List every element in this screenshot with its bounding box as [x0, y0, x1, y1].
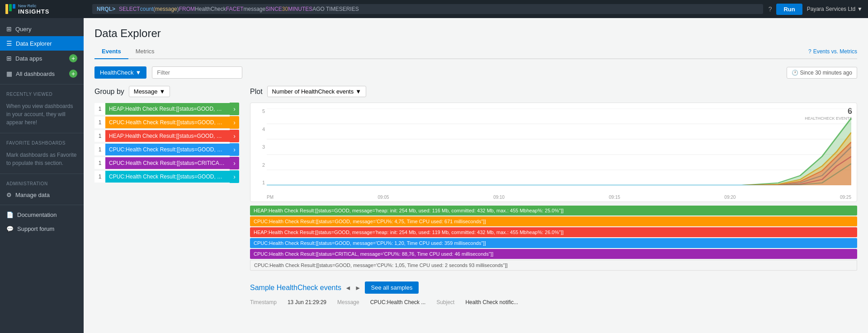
favorite-dashboards-text: Mark dashboards as Favorite to populate …	[0, 147, 84, 171]
sidebar-item-all-dashboards[interactable]: ▦ All dashboards +	[0, 66, 84, 81]
sample-header: Sample HealthCheck events ◄ ► See all sa…	[250, 281, 857, 294]
svg-marker-6	[267, 118, 851, 185]
page-title: Data Explorer	[94, 27, 857, 40]
logo-icon	[5, 4, 15, 14]
since-button[interactable]: 🕐 Since 30 minutes ago	[787, 67, 857, 79]
message-value: CPUC:Health Check ...	[370, 299, 426, 305]
timestamp-label: Timestamp	[250, 299, 277, 305]
nrql-select: SELECT	[119, 6, 140, 12]
list-item[interactable]: 1 HEAP:Health Check Result:[[status=GOOD…	[94, 130, 239, 142]
sample-title: Sample HealthCheck events	[250, 284, 341, 292]
event-source-button[interactable]: HealthCheck ▼	[94, 66, 146, 79]
legend-item-5[interactable]: CPUC:Health Check Result:[[status=GOOD, …	[250, 260, 857, 271]
logo-area: New Relic INSIGHTS	[5, 4, 87, 15]
manage-data-icon: ⚙	[6, 192, 12, 198]
legend-item-1[interactable]: CPUC:Health Check Result:[[status=GOOD, …	[250, 216, 857, 226]
sidebar: ⊞ Query ☰ Data Explorer ⊞ Data apps + ▦ …	[0, 18, 84, 333]
top-nav: New Relic INSIGHTS NRQL> SELECT count ( …	[0, 0, 868, 18]
filter-input[interactable]	[152, 66, 242, 79]
list-item[interactable]: 1 HEAP:Health Check Result:[[status=GOOD…	[94, 103, 239, 115]
nrql-bar[interactable]: NRQL> SELECT count ( message ) FROM Heal…	[92, 4, 763, 14]
list-item[interactable]: 1 CPUC:Health Check Result:[[status=GOOD…	[94, 170, 239, 183]
timestamp-value: 13 Jun 21:29:29	[288, 299, 326, 305]
data-explorer-icon: ☰	[6, 40, 12, 47]
plot-dropdown[interactable]: Number of HealthCheck events ▼	[267, 86, 367, 97]
sidebar-item-data-apps[interactable]: ⊞ Data apps +	[0, 51, 84, 66]
x-axis-labels: PM 09:05 09:10 09:15 09:20 09:25	[267, 195, 851, 200]
group-by-row: Group by Message ▼	[94, 86, 239, 97]
y-axis: 5 4 3 2 1	[256, 108, 265, 185]
tab-metrics[interactable]: Metrics	[128, 44, 162, 59]
sidebar-item-data-explorer[interactable]: ☰ Data Explorer	[0, 36, 84, 51]
tabs-row: Events Metrics ? Events vs. Metrics	[94, 44, 857, 59]
content-area: Group by Message ▼ 1 HEAP:Health Check R…	[94, 86, 857, 305]
run-button[interactable]: Run	[776, 4, 802, 15]
add-dashboard-button[interactable]: +	[69, 70, 77, 78]
sample-next-button[interactable]: ►	[355, 284, 361, 291]
plot-row: Plot Number of HealthCheck events ▼	[250, 86, 857, 97]
legend-items: HEAP:Health Check Result:[[status=GOOD, …	[250, 206, 857, 271]
recently-viewed-title: RECENTLY VIEWED	[0, 87, 84, 98]
controls-row: HealthCheck ▼ 🕐 Since 30 minutes ago	[94, 66, 857, 79]
query-icon: ⊞	[6, 25, 12, 33]
recently-viewed-text: When you view dashboards in your account…	[0, 98, 84, 130]
group-by-label: Group by	[94, 88, 124, 96]
data-apps-icon: ⊞	[6, 55, 12, 62]
svg-marker-8	[267, 142, 851, 185]
see-all-samples-button[interactable]: See all samples	[365, 281, 419, 294]
right-panel: Plot Number of HealthCheck events ▼ 6 HE…	[239, 86, 857, 305]
legend-item-0[interactable]: HEAP:Health Check Result:[[status=GOOD, …	[250, 206, 857, 216]
chart-inner	[267, 108, 851, 185]
sample-prev-button[interactable]: ◄	[345, 284, 351, 291]
sidebar-item-manage-data[interactable]: ⚙ Manage data	[0, 188, 84, 202]
list-item[interactable]: 1 CPUC:Health Check Result:[[status=GOOD…	[94, 116, 239, 129]
legend-item-3[interactable]: CPUC:Health Check Result:[[status=GOOD, …	[250, 238, 857, 248]
sample-row: Timestamp 13 Jun 21:29:29 Message CPUC:H…	[250, 299, 857, 305]
sidebar-item-query[interactable]: ⊞ Query	[0, 22, 84, 36]
event-list: 1 HEAP:Health Check Result:[[status=GOOD…	[94, 103, 239, 183]
nrql-label: NRQL>	[97, 6, 115, 12]
administration-title: ADMINISTRATION	[0, 177, 84, 188]
help-button[interactable]: ?	[769, 5, 772, 13]
plot-label: Plot	[250, 88, 263, 96]
group-by-dropdown[interactable]: Message ▼	[129, 86, 170, 97]
events-vs-metrics-link[interactable]: ? Events vs. Metrics	[808, 48, 857, 55]
nav-right: ? Run Payara Services Ltd ▼	[769, 4, 863, 15]
list-item[interactable]: 1 CPUC:Health Check Result:[[status=CRIT…	[94, 157, 239, 169]
chart-svg	[267, 108, 851, 185]
tab-events[interactable]: Events	[94, 44, 128, 59]
main-content: Data Explorer Events Metrics ? Events vs…	[84, 18, 868, 333]
list-item[interactable]: 1 CPUC:Health Check Result:[[status=GOOD…	[94, 143, 239, 156]
account-selector[interactable]: Payara Services Ltd ▼	[807, 6, 863, 12]
legend-item-4[interactable]: CPUC:Health Check Result:[[status=CRITIC…	[250, 249, 857, 259]
subject-label: Subject	[436, 299, 454, 305]
sample-section: Sample HealthCheck events ◄ ► See all sa…	[250, 278, 857, 305]
chart-container: 6 HEALTHCHECK EVENTS 5 4 3 2 1	[250, 103, 857, 202]
svg-marker-7	[267, 132, 851, 185]
message-label: Message	[337, 299, 359, 305]
left-panel: Group by Message ▼ 1 HEAP:Health Check R…	[94, 86, 239, 305]
sidebar-item-support-forum[interactable]: 💬 Support forum	[0, 222, 84, 236]
logo-text: New Relic INSIGHTS	[18, 4, 49, 15]
legend-item-2[interactable]: HEAP:Health Check Result:[[status=GOOD, …	[250, 227, 857, 237]
documentation-icon: 📄	[6, 211, 14, 218]
add-data-apps-button[interactable]: +	[69, 54, 77, 62]
favorite-dashboards-title: FAVORITE DASHBOARDS	[0, 136, 84, 147]
all-dashboards-icon: ▦	[6, 70, 12, 77]
subject-value: Health Check notific...	[465, 299, 518, 305]
support-icon: 💬	[6, 225, 14, 232]
sidebar-item-documentation[interactable]: 📄 Documentation	[0, 208, 84, 222]
nrql-func: count	[140, 6, 153, 12]
